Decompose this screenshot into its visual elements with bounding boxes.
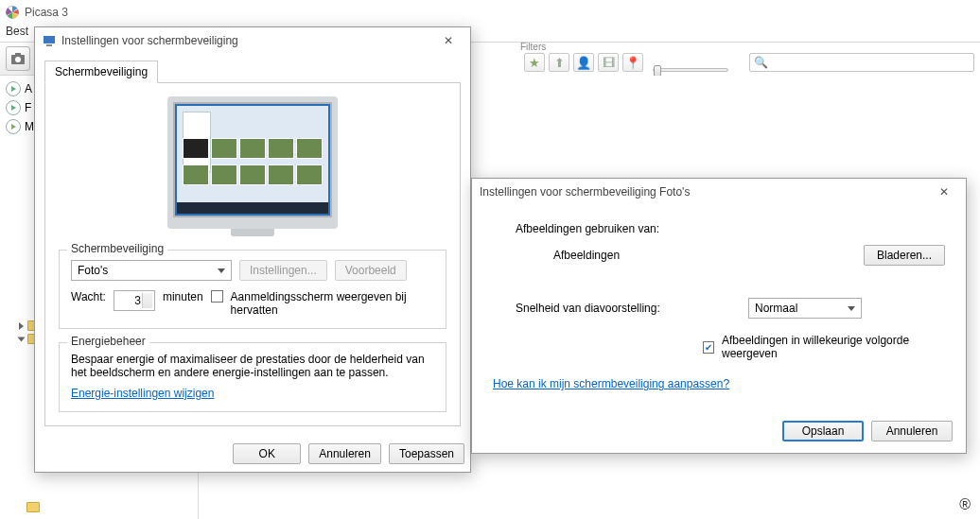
wait-label: Wacht: [71, 290, 106, 303]
slideshow-speed-label: Snelheid van diavoorstelling: [516, 302, 741, 315]
wait-minutes-input[interactable]: 3 [114, 290, 155, 311]
cancel-button[interactable]: Annuleren [308, 443, 381, 464]
registered-mark: ® [959, 496, 971, 513]
sidebar-shortcut-label: A [25, 82, 32, 95]
dialog-button-row: Opslaan Annuleren [472, 394, 966, 453]
filter-geo[interactable]: 📍 [622, 53, 643, 72]
screensaver-preview [59, 96, 446, 236]
svg-rect-2 [15, 53, 21, 56]
filter-upload[interactable]: ⬆ [549, 53, 569, 72]
photos-screensaver-dialog: Instellingen voor schermbeveiliging Foto… [471, 178, 967, 454]
cancel-button[interactable]: Annuleren [871, 421, 953, 441]
import-button[interactable] [6, 46, 30, 71]
svg-point-3 [15, 57, 21, 62]
search-icon: 🔍 [754, 56, 768, 69]
svg-rect-4 [44, 36, 55, 43]
filter-star[interactable]: ★ [524, 53, 545, 72]
filter-movie[interactable]: 🎞 [598, 53, 619, 72]
shuffle-label: Afbeeldingen in willekeurige volgorde we… [722, 334, 945, 360]
groupbox-energy: Energiebeheer Bespaar energie of maximal… [59, 342, 446, 412]
folder-icon [26, 502, 40, 512]
screensaver-settings-dialog: Instellingen voor schermbeveiliging ✕ Sc… [34, 26, 471, 473]
close-button[interactable]: ✕ [434, 31, 463, 50]
ok-button[interactable]: OK [233, 443, 301, 464]
chevron-right-icon [19, 322, 24, 330]
screensaver-select-value: Foto's [78, 264, 108, 277]
search-box[interactable]: 🔍 [749, 53, 974, 72]
dialog-titlebar[interactable]: Instellingen voor schermbeveiliging ✕ [35, 27, 470, 54]
groupbox-legend: Schermbeveiliging [67, 242, 167, 255]
app-titlebar: Picasa 3 [0, 0, 980, 25]
screensaver-select[interactable]: Foto's [71, 260, 232, 281]
groupbox-legend: Energiebeheer [67, 335, 149, 348]
dialog-title: Instellingen voor schermbeveiliging Foto… [480, 185, 690, 199]
monitor-icon [43, 34, 56, 47]
close-icon: ✕ [444, 34, 453, 47]
shuffle-checkbox[interactable]: ✔ [703, 341, 714, 354]
svg-rect-5 [46, 44, 52, 46]
close-button[interactable]: ✕ [930, 182, 958, 201]
energy-settings-link[interactable]: Energie-instellingen wijzigen [71, 387, 214, 400]
slideshow-speed-value: Normaal [755, 302, 797, 315]
tab-panel: Schermbeveiliging Foto's Instellingen...… [44, 82, 461, 426]
help-link[interactable]: Hoe kan ik mijn schermbeveiliging aanpas… [493, 377, 729, 390]
use-images-from-value: Afbeeldingen [553, 249, 856, 262]
camera-icon [10, 52, 26, 65]
use-images-from-label: Afbeeldingen gebruiken van: [516, 222, 945, 235]
energy-description: Bespaar energie of maximaliseer de prest… [71, 353, 434, 379]
settings-button[interactable]: Instellingen... [239, 260, 327, 281]
close-icon: ✕ [939, 185, 949, 199]
dialog-titlebar[interactable]: Instellingen voor schermbeveiliging Foto… [472, 179, 966, 205]
dialog-button-row: OK Annuleren Toepassen [35, 436, 470, 472]
filters-label: Filters [520, 42, 546, 52]
chevron-down-icon [18, 337, 26, 341]
filter-face[interactable]: 👤 [573, 53, 594, 72]
slideshow-speed-select[interactable]: Normaal [748, 298, 862, 319]
dialog-title: Instellingen voor schermbeveiliging [61, 34, 238, 47]
wait-minutes-value: 3 [134, 294, 141, 307]
menu-item-partial[interactable]: Best [6, 25, 28, 38]
sidebar-shortcut-label: M [25, 120, 34, 133]
browse-button[interactable]: Bladeren... [864, 245, 945, 266]
apply-button[interactable]: Toepassen [389, 443, 464, 464]
preview-button[interactable]: Voorbeeld [335, 260, 407, 281]
groupbox-screensaver: Schermbeveiliging Foto's Instellingen...… [59, 250, 446, 329]
sidebar-shortcut-label: F [25, 101, 31, 114]
picasa-logo-icon [6, 6, 19, 19]
filter-slider[interactable] [653, 68, 728, 72]
app-title: Picasa 3 [25, 6, 68, 19]
wait-unit: minuten [163, 290, 203, 303]
tree-item[interactable] [26, 502, 40, 512]
save-button[interactable]: Opslaan [782, 421, 864, 441]
tab-screensaver[interactable]: Schermbeveiliging [44, 61, 158, 83]
resume-login-checkbox[interactable] [211, 290, 223, 303]
resume-login-label: Aanmeldingsscherm weergeven bij hervatte… [231, 290, 420, 317]
